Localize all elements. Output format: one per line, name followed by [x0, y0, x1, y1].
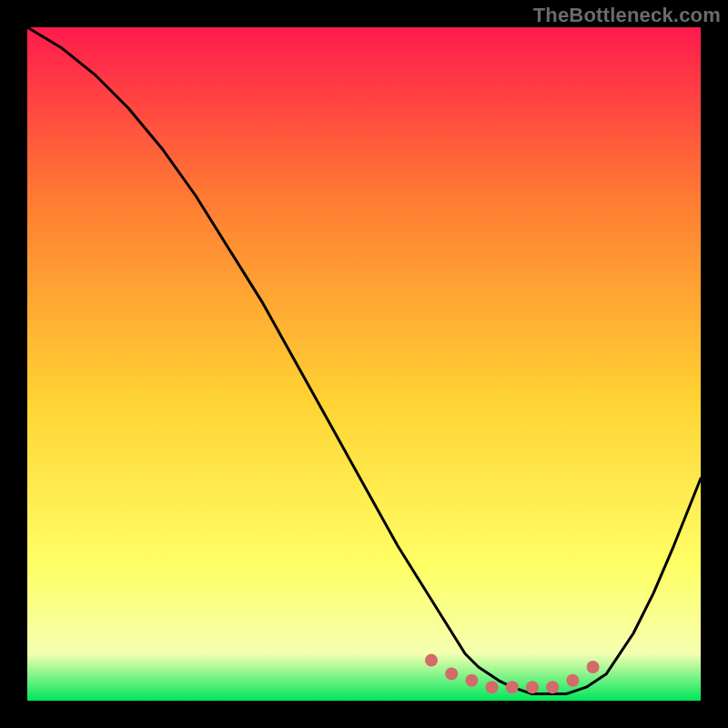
- chart-background: [27, 27, 701, 701]
- optimal-marker: [445, 667, 458, 680]
- optimal-marker: [425, 654, 438, 667]
- optimal-marker: [486, 681, 499, 693]
- optimal-marker: [587, 661, 600, 673]
- optimal-marker: [465, 674, 478, 687]
- chart-frame: TheBottleneck.com: [0, 0, 728, 728]
- watermark-text: TheBottleneck.com: [533, 4, 721, 27]
- chart-plot: [27, 27, 701, 701]
- optimal-marker: [506, 681, 519, 693]
- optimal-marker: [546, 681, 559, 693]
- optimal-marker: [566, 674, 579, 687]
- optimal-marker: [526, 681, 539, 693]
